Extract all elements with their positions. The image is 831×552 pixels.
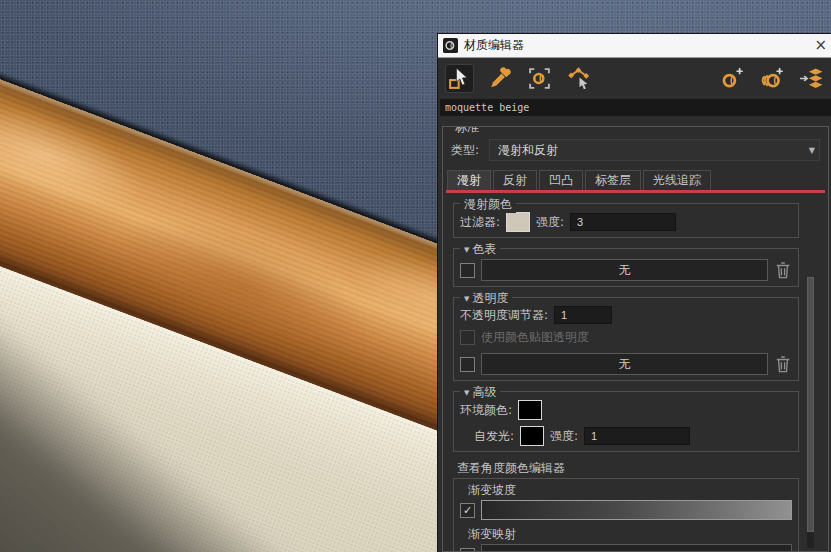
view-angle-editor-group: 渐变坡度 ✓ 渐变映射 None (453, 478, 799, 551)
filter-row: 过滤器: 强度: (460, 212, 792, 232)
intensity-label: 强度: (536, 214, 564, 231)
opacity-label: 不透明度调节器: (460, 307, 548, 324)
close-button[interactable]: × (814, 38, 827, 53)
color-table-checkbox[interactable] (460, 263, 475, 278)
new-multi-material-button[interactable] (758, 65, 785, 92)
tab-raytracing[interactable]: 光线追踪 (643, 170, 711, 190)
gradient-ramp-label: 渐变坡度 (468, 483, 792, 498)
material-name-input[interactable] (440, 99, 831, 116)
color-table-group: ▼ 色表 无 (453, 248, 799, 287)
advanced-title: ▼ 高级 (460, 384, 500, 401)
opacity-row: 不透明度调节器: (460, 306, 792, 324)
emissive-intensity-input[interactable] (584, 427, 690, 445)
transparency-title: ▼ 透明度 (460, 290, 512, 307)
transparency-group: ▼ 透明度 不透明度调节器: 使用颜色贴图透明度 (453, 297, 799, 381)
toolbar (438, 58, 831, 98)
color-table-texture-button[interactable]: 无 (481, 259, 768, 281)
filter-color-swatch[interactable] (506, 212, 530, 232)
isolate-material-button[interactable] (526, 65, 553, 92)
diffuse-intensity-input[interactable] (570, 213, 676, 231)
window-body: 标准 类型: 漫射和反射 ▼ 漫射 反射 凹凸 标签层 光线追踪 (438, 58, 831, 552)
tab-bar: 漫射 反射 凹凸 标签层 光线追踪 (447, 170, 828, 190)
pick-material-button[interactable] (486, 65, 513, 92)
trash-icon[interactable] (774, 354, 792, 374)
sphere-plus-icon (719, 66, 744, 91)
emissive-label: 自发光: (474, 428, 514, 445)
diffuse-color-title: 漫射颜色 (460, 196, 516, 213)
emissive-color-swatch[interactable] (520, 426, 544, 446)
color-table-row: 无 (460, 259, 792, 281)
material-type-value: 漫射和反射 (490, 142, 558, 159)
use-color-map-checkbox[interactable] (460, 330, 475, 345)
transparency-texture-checkbox[interactable] (460, 357, 475, 372)
material-editor-icon (443, 38, 458, 53)
collapse-arrow-icon[interactable]: ▼ (464, 246, 469, 254)
layers-arrow-icon (799, 66, 824, 91)
dropdown-arrow-icon: ▼ (809, 146, 815, 155)
tab-bump[interactable]: 凹凸 (539, 170, 583, 190)
tab-content: 漫射颜色 过滤器: 强度: ▼ 色表 (443, 193, 828, 551)
emissive-intensity-label: 强度: (550, 428, 578, 445)
standard-group-title: 标准 (451, 126, 483, 136)
gradient-map-row: None (460, 544, 792, 551)
trash-icon[interactable] (774, 260, 792, 280)
opacity-input[interactable] (554, 306, 612, 324)
new-material-button[interactable] (718, 65, 745, 92)
filter-label: 过滤器: (460, 214, 500, 231)
collapse-arrow-icon[interactable]: ▼ (464, 389, 469, 397)
gradient-map-checkbox[interactable] (460, 548, 475, 552)
use-color-map-label: 使用颜色贴图透明度 (481, 329, 589, 346)
diffuse-color-group: 漫射颜色 过滤器: 强度: (453, 203, 799, 238)
material-editor-window: 材质编辑器 × (437, 33, 831, 552)
tab-reflection[interactable]: 反射 (493, 170, 537, 190)
spheres-plus-icon (759, 66, 784, 91)
gradient-ramp-checkbox[interactable]: ✓ (460, 503, 475, 518)
ambient-color-label: 环境颜色: (460, 402, 512, 419)
apply-material-tool-button[interactable] (446, 65, 473, 92)
assign-material-to-layer-button[interactable] (798, 65, 825, 92)
standard-group: 标准 类型: 漫射和反射 ▼ 漫射 反射 凹凸 标签层 光线追踪 (442, 126, 829, 552)
scrollbar-thumb[interactable] (807, 277, 814, 532)
advanced-group: ▼ 高级 环境颜色: 自发光: 强度: (453, 391, 799, 452)
cursor-box-icon (447, 66, 472, 91)
frame-sphere-icon (527, 66, 552, 91)
material-type-dropdown[interactable]: 漫射和反射 ▼ (489, 139, 820, 161)
collapse-arrow-icon[interactable]: ▼ (464, 295, 469, 303)
use-color-map-row: 使用颜色贴图透明度 (460, 329, 792, 346)
window-titlebar[interactable]: 材质编辑器 × (438, 34, 831, 58)
type-row: 类型: 漫射和反射 ▼ (451, 139, 820, 161)
type-label: 类型: (451, 142, 479, 159)
gradient-map-texture-button[interactable]: None (481, 544, 792, 551)
tab-label-layer[interactable]: 标签层 (585, 170, 641, 190)
window-title: 材质编辑器 (464, 37, 524, 54)
view-angle-editor-title: 查看角度颜色编辑器 (457, 461, 799, 476)
vertical-scrollbar[interactable] (807, 277, 814, 548)
node-cursor-icon (567, 66, 592, 91)
color-table-title: ▼ 色表 (460, 241, 500, 258)
screen: 材质编辑器 × (0, 0, 831, 552)
transparency-texture-row: 无 (460, 353, 792, 375)
gradient-map-label: 渐变映射 (468, 527, 792, 542)
gradient-ramp-row: ✓ (460, 500, 792, 520)
gradient-ramp-bar[interactable] (481, 500, 792, 520)
tab-diffuse[interactable]: 漫射 (447, 170, 491, 190)
select-objects-with-material-button[interactable] (566, 65, 593, 92)
emissive-row: 自发光: 强度: (474, 426, 792, 446)
eyedropper-icon (487, 66, 512, 91)
ambient-color-row: 环境颜色: (460, 400, 792, 420)
ambient-color-swatch[interactable] (518, 400, 542, 420)
transparency-texture-button[interactable]: 无 (481, 353, 768, 375)
